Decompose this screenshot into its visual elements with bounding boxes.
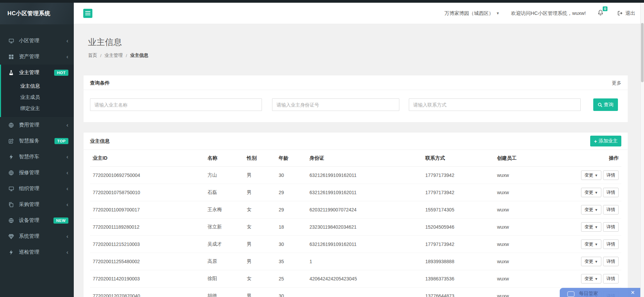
plus-icon: + [594,139,597,144]
detail-button[interactable]: 详情 [603,205,619,214]
cell-creator: wuxw [494,219,574,236]
more-link[interactable]: 更多 [612,80,621,86]
submenu-item-bind-owner[interactable]: 绑定业主 [1,103,74,114]
detail-button[interactable]: 详情 [603,222,619,232]
caret-down-icon: ▼ [595,191,598,195]
cell-idcard: 620321199007072424 [307,201,423,219]
sidebar-item-repairs[interactable]: 报修管理 ‹ [0,165,74,181]
chevron-left-icon: ‹ [66,38,68,44]
notifications-button[interactable]: 0 [597,9,604,17]
cell-age: 35 [276,253,307,270]
chevron-left-icon: ‹ [66,233,68,239]
change-dropdown-button[interactable]: 变更▼ [581,222,601,232]
table-row: 772020011215210003 吴成才 男 30 632126199109… [90,236,621,253]
change-dropdown-button[interactable]: 变更▼ [581,274,601,283]
contact-input[interactable] [409,98,581,111]
table-row: 772020010758750010 石磊 男 29 6321261991091… [90,184,621,201]
caret-down-icon: ▼ [595,260,598,264]
cell-actions: 变更▼详情 [574,201,621,219]
sidebar-item-smart-parking[interactable]: 智慧停车 ‹ [0,149,74,165]
table-row: 772020012070870040 胡德 男 30 13776644873 w… [90,288,621,297]
bolt-icon [8,154,15,160]
caret-down-icon: ▼ [595,277,598,281]
col-idcard: 身份证 [307,150,423,167]
cell-gender: 男 [244,184,276,201]
cell-age: 30 [276,288,307,297]
cell-name: 张立新 [205,219,244,236]
cell-name: 高原 [205,253,244,270]
cell-phone: 15204505946 [423,219,494,236]
sidebar-item-inspection[interactable]: 巡检管理 ‹ [0,244,74,260]
search-panel-header: 查询条件 更多 [84,75,628,90]
chat-bubble-icon [567,291,575,297]
change-dropdown-button[interactable]: 变更▼ [581,205,601,214]
cell-phone: 13986373536 [423,270,494,288]
caret-down-icon: ▼ [595,208,598,212]
owner-idcard-input[interactable] [272,98,399,111]
sidebar-item-community[interactable]: 小区管理 ‹ [0,33,74,49]
detail-button[interactable]: 详情 [603,170,619,180]
add-owner-button[interactable]: + 添加业主 [590,136,621,146]
change-dropdown-button[interactable]: 变更▼ [581,170,601,180]
top-badge: TOP [54,138,68,144]
detail-button[interactable]: 详情 [603,274,619,283]
detail-button[interactable]: 详情 [603,188,619,197]
chevron-left-icon: ‹ [66,202,68,207]
change-dropdown-button[interactable]: 变更▼ [581,188,601,197]
sidebar-item-assets[interactable]: 资产管理 ‹ [0,49,74,65]
submenu-item-owner-info[interactable]: 业主信息 [1,81,74,92]
cell-age: 30 [276,236,307,253]
logout-label: 退出 [625,10,635,17]
cell-name: 王永梅 [205,201,244,219]
cell-gender: 男 [244,167,276,184]
sidebar-item-equipment[interactable]: 设备管理 NEW [0,212,74,228]
caret-down-icon: ▼ [595,225,598,229]
sidebar-item-owner-management[interactable]: 业主管理 HOT [1,65,74,81]
change-dropdown-button[interactable]: 变更▼ [581,239,601,249]
breadcrumb-owner-management[interactable]: 业主管理 [105,52,123,59]
assistant-widget[interactable]: 每日管家 ✕ [560,288,640,297]
cell-actions: 变更▼详情 [574,184,621,201]
sidebar-item-fees[interactable]: 费用管理 ‹ [0,117,74,133]
sidebar-item-label: 智慧服务 [19,138,39,144]
window-top-strip [0,0,644,3]
topbar: 万博家博园（城西区） ▼ 欢迎访问HC小区管理系统，wuxw! 0 退出 [74,3,644,24]
cell-name: 胡德 [205,288,244,297]
globe-icon [8,170,15,176]
assistant-widget-label: 每日管家 [579,291,598,297]
search-button[interactable]: 查询 [593,98,618,111]
sidebar-item-smart-service[interactable]: 智慧服务 TOP [0,133,74,149]
close-icon[interactable]: ✕ [630,290,635,295]
chevron-left-icon: ‹ [66,54,68,60]
col-phone: 联系方式 [423,150,494,167]
owners-table-wrap: 业主ID 名称 性别 年龄 身份证 联系方式 创建员工 操作 [84,150,628,297]
submenu-item-owner-members[interactable]: 业主成员 [1,92,74,103]
scrollbar-thumb[interactable] [641,23,644,82]
cell-actions: 变更▼详情 [574,253,621,270]
breadcrumb-home[interactable]: 首页 [88,52,97,59]
col-actions: 操作 [574,150,621,167]
sidebar-item-purchasing[interactable]: 采购管理 ‹ [0,197,74,212]
sidebar-item-label: 组织管理 [19,185,39,192]
cell-gender: 女 [244,270,276,288]
owners-panel: 业主信息 + 添加业主 业主ID 名称 [84,133,628,297]
new-badge: NEW [53,218,68,224]
cell-idcard: 632126199109162011 [307,184,423,201]
sidebar-item-system[interactable]: 系统管理 ‹ [0,228,74,244]
cell-idcard: 632126199109162011 [307,236,423,253]
sidebar-item-label: 巡检管理 [19,249,39,255]
cell-phone: 13776644873 [423,288,494,297]
logout-button[interactable]: 退出 [617,10,635,17]
cell-gender: 男 [244,288,276,297]
community-selector[interactable]: 万博家博园（城西区） ▼ [444,10,499,17]
detail-button[interactable]: 详情 [603,239,619,249]
cell-owner-id: 772020011215210003 [90,236,205,253]
table-row: 772020011009700017 王永梅 女 29 620321199007… [90,201,621,219]
change-dropdown-button[interactable]: 变更▼ [581,257,601,266]
caret-down-icon: ▼ [595,243,598,246]
detail-button[interactable]: 详情 [603,257,619,266]
sidebar-toggle-button[interactable] [83,9,92,18]
app-logo[interactable]: HC小区管理系统 [0,3,74,24]
sidebar-item-organization[interactable]: 组织管理 ‹ [0,181,74,197]
owner-name-input[interactable] [90,98,262,111]
